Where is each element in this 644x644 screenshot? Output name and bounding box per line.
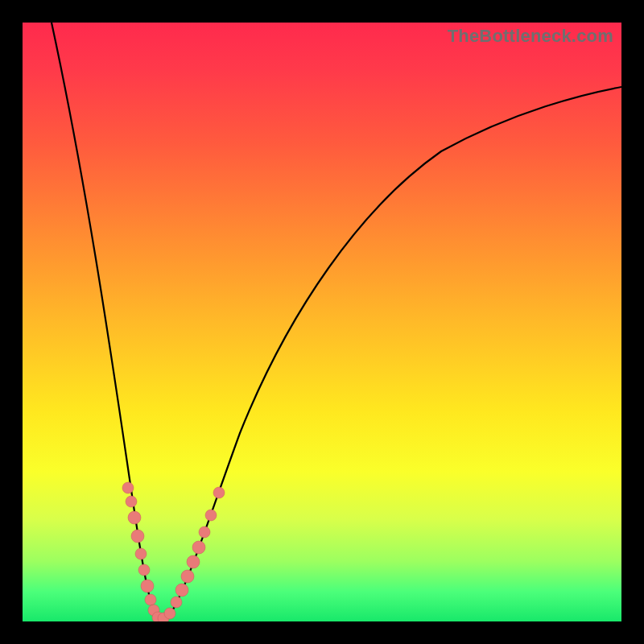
data-dot (205, 510, 217, 521)
data-dot (192, 541, 205, 554)
data-dots (122, 482, 225, 621)
data-dot (164, 608, 175, 619)
data-dot (213, 487, 225, 498)
data-dot (122, 482, 134, 493)
data-dot (145, 594, 156, 605)
data-dot (199, 526, 210, 538)
data-dot (171, 597, 182, 608)
data-dot (128, 511, 141, 524)
data-dot (175, 584, 188, 597)
data-dot (126, 496, 137, 507)
data-dot (138, 564, 150, 576)
plot-area: TheBottleneck.com (23, 23, 621, 621)
chart-frame: TheBottleneck.com (0, 0, 644, 644)
data-dot (181, 570, 194, 583)
data-dot (131, 530, 144, 543)
data-dot (187, 555, 200, 568)
curve-svg (23, 23, 621, 621)
data-dot (135, 548, 147, 559)
data-dot (141, 580, 154, 592)
